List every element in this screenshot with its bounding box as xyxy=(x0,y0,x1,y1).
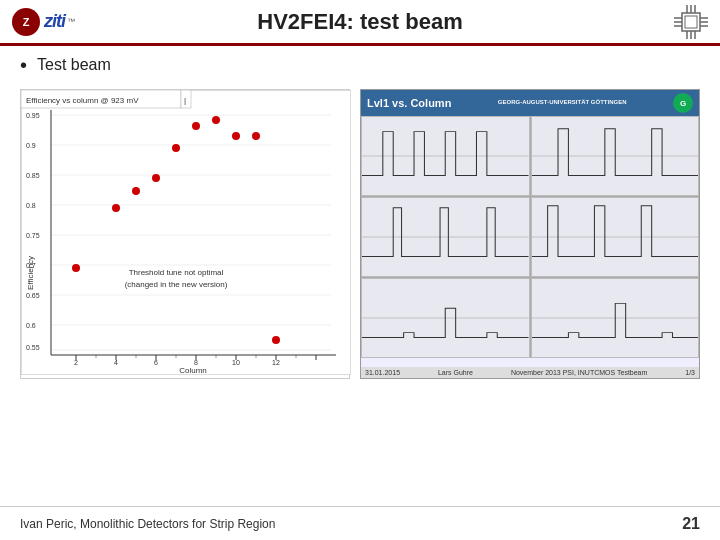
svg-point-62 xyxy=(72,264,80,272)
page-number: 21 xyxy=(682,515,700,533)
header-icon-area xyxy=(588,5,708,39)
bullet-text: Test beam xyxy=(37,56,111,74)
waveform-cell-5 xyxy=(361,278,530,358)
slide-title: HV2FEI4: test beam xyxy=(132,9,588,35)
svg-point-65 xyxy=(152,174,160,182)
svg-text:|: | xyxy=(184,96,186,105)
main-content: • Test beam Efficiency vs column @ 923 m… xyxy=(0,46,720,506)
waveform-cell-2 xyxy=(531,116,700,196)
waveform-cell-1 xyxy=(361,116,530,196)
waveform-cell-4 xyxy=(531,197,700,277)
footer-text: Ivan Peric, Monolithic Detectors for Str… xyxy=(20,517,275,531)
svg-text:Z: Z xyxy=(23,16,30,28)
svg-point-69 xyxy=(232,132,240,140)
svg-point-70 xyxy=(252,132,260,140)
svg-text:10: 10 xyxy=(232,359,240,366)
slide: Z ziti™ HV2FEI4: test beam xyxy=(0,0,720,540)
svg-text:Threshold tune not optimal: Threshold tune not optimal xyxy=(129,268,224,277)
right-chart-footer: 31.01.2015 Lars Guhre November 2013 PSI,… xyxy=(361,367,699,378)
ziti-logo: Z ziti™ xyxy=(12,8,75,36)
svg-text:0.65: 0.65 xyxy=(26,292,40,299)
ziti-circle-icon: Z xyxy=(12,8,40,36)
right-chart-title: Lvl1 vs. Column xyxy=(367,97,451,109)
svg-rect-16 xyxy=(21,90,351,375)
svg-point-68 xyxy=(212,116,220,124)
slide-footer: Ivan Peric, Monolithic Detectors for Str… xyxy=(0,506,720,540)
svg-point-67 xyxy=(192,122,200,130)
chart-footer-event: November 2013 PSI, INUTCMOS Testbeam xyxy=(511,369,647,376)
svg-text:Column: Column xyxy=(179,366,207,375)
svg-point-71 xyxy=(272,336,280,344)
right-chart-header: Lvl1 vs. Column GEORG-AUGUST-UNIVERSITÄT… xyxy=(361,90,699,116)
chip-icon xyxy=(674,5,708,39)
chart-footer-date: 31.01.2015 xyxy=(365,369,400,376)
bullet-item: • Test beam xyxy=(20,56,700,77)
svg-text:4: 4 xyxy=(114,359,118,366)
charts-area: Efficiency vs column @ 923 mV | Efficien… xyxy=(20,89,700,496)
chart-footer-page: 1/3 xyxy=(685,369,695,376)
svg-text:0.7: 0.7 xyxy=(26,262,36,269)
chart-footer-author: Lars Guhre xyxy=(438,369,473,376)
svg-text:0.95: 0.95 xyxy=(26,112,40,119)
svg-text:0.9: 0.9 xyxy=(26,142,36,149)
svg-text:0.8: 0.8 xyxy=(26,202,36,209)
svg-text:0.85: 0.85 xyxy=(26,172,40,179)
svg-text:6: 6 xyxy=(154,359,158,366)
svg-rect-3 xyxy=(685,16,697,28)
bullet-dot: • xyxy=(20,54,27,77)
waveform-cell-3 xyxy=(361,197,530,277)
waveform-svg-1 xyxy=(362,117,529,195)
svg-text:12: 12 xyxy=(272,359,280,366)
svg-text:2: 2 xyxy=(74,359,78,366)
left-chart: Efficiency vs column @ 923 mV | Efficien… xyxy=(20,89,350,379)
svg-text:0.55: 0.55 xyxy=(26,344,40,351)
waveform-svg-5 xyxy=(362,279,529,357)
university-label: GEORG-AUGUST-UNIVERSITÄT GÖTTINGEN xyxy=(498,99,627,107)
svg-point-64 xyxy=(132,187,140,195)
svg-text:(changed in the new version): (changed in the new version) xyxy=(125,280,228,289)
logo-area: Z ziti™ xyxy=(12,8,132,36)
waveform-svg-6 xyxy=(532,279,699,357)
svg-point-63 xyxy=(112,204,120,212)
waveform-svg-4 xyxy=(532,198,699,276)
efficiency-chart-svg: Efficiency vs column @ 923 mV | Efficien… xyxy=(21,90,351,375)
waveform-svg-3 xyxy=(362,198,529,276)
svg-text:Efficiency vs column @ 923 mV: Efficiency vs column @ 923 mV xyxy=(26,96,139,105)
logo-subscript: ™ xyxy=(67,17,75,26)
svg-text:0.75: 0.75 xyxy=(26,232,40,239)
waveform-cell-6 xyxy=(531,278,700,358)
svg-text:0.6: 0.6 xyxy=(26,322,36,329)
logo-text: ziti xyxy=(44,11,65,32)
svg-text:8: 8 xyxy=(194,359,198,366)
university-logo-icon: G xyxy=(673,93,693,113)
slide-header: Z ziti™ HV2FEI4: test beam xyxy=(0,0,720,46)
svg-point-66 xyxy=(172,144,180,152)
waveform-svg-2 xyxy=(532,117,699,195)
right-chart: Lvl1 vs. Column GEORG-AUGUST-UNIVERSITÄT… xyxy=(360,89,700,379)
